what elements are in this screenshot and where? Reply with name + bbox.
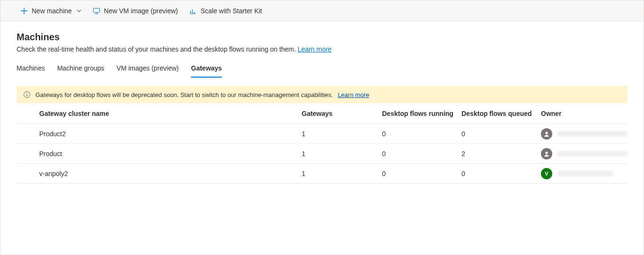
col-header-running[interactable]: Desktop flows running xyxy=(382,110,461,117)
table-row[interactable]: Product102 xyxy=(17,144,627,164)
cell-running: 0 xyxy=(382,170,461,177)
page-title: Machines xyxy=(17,32,627,43)
cell-running: 0 xyxy=(382,130,461,138)
person-icon xyxy=(541,128,552,140)
cell-owner xyxy=(541,128,628,140)
cell-name: v-anpoly2 xyxy=(39,170,302,177)
new-vm-image-button[interactable]: New VM image (preview) xyxy=(89,4,182,18)
col-header-queued[interactable]: Desktop flows queued xyxy=(461,110,541,117)
monitor-icon xyxy=(93,7,100,15)
tab-vm-images-preview-[interactable]: VM images (preview) xyxy=(117,62,179,78)
owner-name-redacted xyxy=(557,131,628,137)
owner-name-redacted xyxy=(557,171,614,176)
table-row[interactable]: v-anpoly2100V xyxy=(17,164,627,184)
svg-rect-3 xyxy=(26,94,27,97)
tab-machines[interactable]: Machines xyxy=(17,62,45,78)
new-machine-button[interactable]: New machine xyxy=(17,4,85,18)
cell-queued: 2 xyxy=(461,150,541,158)
banner-learn-more-link[interactable]: Learn more xyxy=(338,91,369,98)
tab-gateways[interactable]: Gateways xyxy=(191,62,222,78)
toolbar: New machine New VM image (preview) Scale… xyxy=(0,0,644,21)
cell-gateways: 1 xyxy=(302,150,382,158)
person-icon xyxy=(541,148,552,159)
table-row[interactable]: Product2100 xyxy=(17,124,627,144)
gateways-table: Gateway cluster name Gateways Desktop fl… xyxy=(17,103,627,184)
tabs: MachinesMachine groupsVM images (preview… xyxy=(17,62,627,78)
scale-starter-kit-button[interactable]: Scale with Starter Kit xyxy=(185,4,266,18)
cell-owner xyxy=(541,148,628,159)
page-description: Check the real-time health and status of… xyxy=(17,45,627,53)
info-icon xyxy=(23,91,31,98)
deprecation-banner: Gateways for desktop flows will be depre… xyxy=(17,86,627,103)
content-area: Machines Check the real-time health and … xyxy=(0,21,644,184)
scale-starter-kit-label: Scale with Starter Kit xyxy=(200,7,262,15)
cell-running: 0 xyxy=(382,150,461,158)
cell-gateways: 1 xyxy=(302,170,382,177)
avatar: V xyxy=(541,168,552,179)
new-vm-image-label: New VM image (preview) xyxy=(104,7,178,15)
col-header-owner[interactable]: Owner xyxy=(541,110,626,117)
owner-name-redacted xyxy=(557,151,628,157)
cell-name: Product xyxy=(39,150,302,158)
chart-icon xyxy=(189,7,197,15)
tab-machine-groups[interactable]: Machine groups xyxy=(57,62,104,78)
banner-text: Gateways for desktop flows will be depre… xyxy=(35,91,333,98)
cell-queued: 0 xyxy=(461,170,541,177)
cell-name: Product2 xyxy=(39,130,302,138)
col-header-name[interactable]: Gateway cluster name xyxy=(39,110,302,117)
new-machine-label: New machine xyxy=(32,7,72,15)
svg-point-2 xyxy=(26,93,27,94)
svg-rect-0 xyxy=(93,8,99,12)
svg-point-5 xyxy=(545,151,548,154)
cell-queued: 0 xyxy=(461,130,541,138)
cell-gateways: 1 xyxy=(302,130,382,138)
chevron-down-icon xyxy=(77,9,81,13)
cell-owner: V xyxy=(541,168,626,179)
svg-point-4 xyxy=(545,132,548,134)
table-header-row: Gateway cluster name Gateways Desktop fl… xyxy=(17,103,627,124)
plus-icon xyxy=(20,7,28,15)
col-header-gateways[interactable]: Gateways xyxy=(302,110,382,117)
learn-more-link[interactable]: Learn more xyxy=(298,45,332,53)
